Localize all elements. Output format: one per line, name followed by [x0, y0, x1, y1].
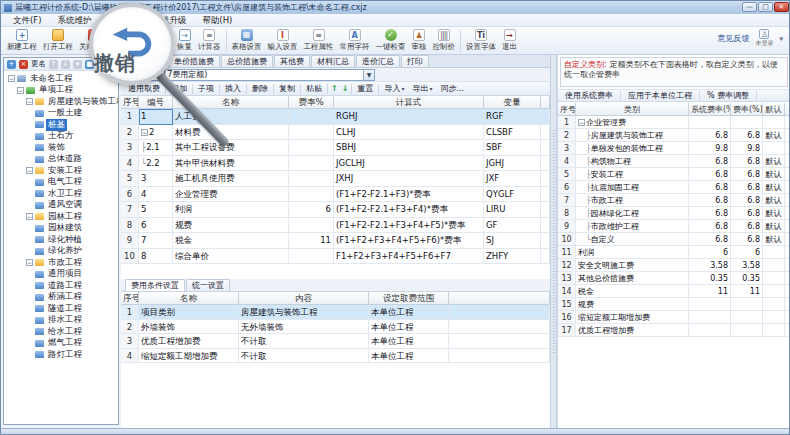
fee-btn-export[interactable]: 导出▾ [408, 83, 436, 95]
delete-project-icon[interactable]: × [19, 60, 28, 69]
sidebar-item-绿化种植[interactable]: 绿化种植 [6, 234, 118, 246]
sidebar-item-燃气工程[interactable]: 燃气工程 [6, 338, 118, 350]
sidebar-item-总体道路[interactable]: 总体道路 [6, 154, 118, 166]
fee-btn-粘贴[interactable]: 粘贴 [302, 83, 326, 95]
menu-item-帮助(H)[interactable]: 帮助(H) [194, 14, 240, 26]
table-row[interactable]: 75利润6(F1+F2-F2.1+F3+F4)*费率LIRU [121, 202, 550, 218]
table-row[interactable]: 64企业管理费(F1+F2-F2.1+F3)*费率QYGLF [121, 187, 550, 203]
chevron-down-icon[interactable]: ▾ [779, 35, 783, 43]
project-properties-button[interactable]: ≡工程属性 [301, 28, 337, 54]
tab-其他费[interactable]: 其他费 [274, 55, 310, 67]
table-row[interactable]: 2外墙装饰无外墙装饰本单位工程 [121, 320, 550, 335]
table-row[interactable]: 1−企业管理费 [558, 116, 790, 129]
tab-费用条件设置[interactable]: 费用条件设置 [125, 279, 185, 291]
sidebar-item-桩基[interactable]: 桩基 [6, 119, 118, 131]
audit-button[interactable]: ♟审核 [409, 28, 430, 54]
table-row[interactable]: 97税金11(F1+F2+F3+F4+F5+F6)*费率SJ [121, 233, 550, 249]
table-row[interactable]: 14税金1111 [558, 285, 790, 298]
sidebar-item-给水工程[interactable]: 给水工程 [6, 326, 118, 338]
new-project-button[interactable]: +新建工程 [4, 28, 40, 54]
tree-expander-icon[interactable]: − [26, 259, 33, 266]
table-row[interactable]: 7├市政工程6.86.8默认 [558, 194, 790, 207]
table-row[interactable]: 4└2.2其中甲供材料费JGCLHJJGHJ [121, 156, 550, 172]
move-down-icon[interactable]: ↓ [340, 84, 351, 93]
sidebar-item-桥涵工程[interactable]: 桥涵工程 [6, 292, 118, 304]
table-row[interactable]: 6├抗震加固工程6.86.8默认 [558, 181, 790, 194]
table-row[interactable]: 3├单独发包的装饰工程9.89.8 [558, 142, 790, 155]
sidebar-item-市政工程[interactable]: −市政工程 [6, 257, 118, 269]
tab-统一设置[interactable]: 统一设置 [186, 279, 230, 291]
table-row[interactable]: 5├安装工程6.86.8默认 [558, 168, 790, 181]
tab-材料汇总[interactable]: 材料汇总 [311, 55, 355, 67]
vertical-splitter[interactable] [550, 55, 557, 428]
table-row[interactable]: 3├2.1其中工程设备费SBHJSBF [121, 140, 550, 156]
restore-button[interactable]: □ [758, 2, 773, 12]
sidebar-item-通风空调[interactable]: 通风空调 [6, 200, 118, 212]
add-project-icon[interactable]: + [7, 60, 16, 69]
table-row[interactable]: 8├园林绿化工程6.86.8默认 [558, 207, 790, 220]
tab-打印[interactable]: 打印 [401, 55, 429, 67]
calculator-button[interactable]: ≡计算器 [195, 28, 224, 54]
table-row[interactable]: 11人工费RGHJRGF [121, 109, 550, 125]
rename-button[interactable]: 更名 [31, 59, 46, 69]
tab-总价措施费[interactable]: 总价措施费 [221, 55, 273, 67]
row-expander-icon[interactable]: − [141, 129, 148, 136]
sidebar-item-安装工程[interactable]: −安装工程 [6, 165, 118, 177]
table-row[interactable]: 4├构筑物工程6.86.8默认 [558, 155, 790, 168]
fee-btn-子项[interactable]: 子项 [194, 83, 218, 95]
login-button[interactable]: ♙ 未登录 [755, 29, 773, 48]
table-row[interactable]: 4缩短定额工期增加费不计取本单位工程 [121, 349, 550, 364]
rate-btn-使用系统费率[interactable]: 使用系统费率 [561, 90, 617, 101]
table-row[interactable]: 9├市政维护工程6.86.8默认 [558, 220, 790, 233]
table-settings-button[interactable]: ▦表格设置 [229, 28, 265, 54]
feedback-link[interactable]: 意见反馈 [717, 33, 749, 44]
sidebar-item-装饰[interactable]: 装饰 [6, 142, 118, 154]
sidebar-item-一般土建[interactable]: 一般土建 [6, 108, 118, 120]
select-arrow-icon[interactable]: ▼ [363, 70, 374, 80]
fee-btn-import[interactable]: 导入▾ [380, 83, 408, 95]
table-row[interactable]: 12安全文明施工费3.583.58 [558, 259, 790, 272]
one-key-check-button[interactable]: ✓一键检查 [373, 28, 409, 54]
input-settings-button[interactable]: I输入设置 [265, 28, 301, 54]
table-row[interactable]: 108综合单价F1+F2+F3+F4+F5+F6+F7ZHFY [121, 249, 550, 265]
rate-btn-应用于本单位工程[interactable]: 应用于本单位工程 [624, 90, 696, 101]
sidebar-item-电气工程[interactable]: 电气工程 [6, 177, 118, 189]
move-down-icon[interactable]: ↓ [61, 60, 70, 69]
sidebar-item-单项工程[interactable]: −单项工程 [6, 85, 118, 97]
sidebar-item-通用项目[interactable]: 通用项目 [6, 269, 118, 281]
fee-btn-sync[interactable]: 同步... [436, 83, 468, 95]
fee-btn-删除[interactable]: 删除 [248, 83, 272, 95]
menu-item-文件(F)[interactable]: 文件(F) [5, 14, 50, 26]
table-row[interactable]: 86规费(F1+F2-F2.1+F3+F4+F5)*费率GF [121, 218, 550, 234]
minimize-button[interactable]: — [742, 2, 757, 12]
table-row[interactable]: 10└自定义6.86.8默认 [558, 233, 790, 246]
tab-造价汇总[interactable]: 造价汇总 [356, 55, 400, 67]
fee-btn-reset[interactable]: 重置 [353, 83, 377, 95]
sidebar-item-园林工程[interactable]: −园林工程 [6, 211, 118, 223]
move-up-icon[interactable]: ↑ [49, 60, 58, 69]
close-button[interactable]: ✕ [774, 2, 789, 12]
sidebar-item-路灯工程[interactable]: 路灯工程 [6, 349, 118, 361]
table-row[interactable]: 13其他总价措施费0.350.35 [558, 272, 790, 285]
menu-item-系统维护[interactable]: 系统维护 [50, 14, 100, 26]
filter-icon[interactable]: ▾ [73, 60, 82, 69]
exit-button[interactable]: →退出 [499, 28, 520, 54]
sidebar-item-水卫工程[interactable]: 水卫工程 [6, 188, 118, 200]
table-row[interactable]: 1项目类别房屋建筑与装饰工程本单位工程 [121, 305, 550, 320]
control-price-button[interactable]: ||||控制价 [430, 28, 459, 54]
row-expander-icon[interactable]: − [578, 119, 585, 126]
table-row[interactable]: 15规费 [558, 298, 790, 311]
table-row[interactable]: 16缩短定额工期增加费 [558, 311, 790, 324]
fee-btn-插入[interactable]: 插入 [221, 83, 245, 95]
sidebar-item-绿化养护[interactable]: 绿化养护 [6, 246, 118, 258]
sidebar-item-房屋建筑与装饰工程[interactable]: −房屋建筑与装饰工程 [6, 96, 118, 108]
tree-expander-icon[interactable]: − [8, 75, 15, 82]
rate-btn-% 费率调整[interactable]: % 费率调整 [703, 90, 753, 101]
tree-expander-icon[interactable]: − [26, 213, 33, 220]
tree-expander-icon[interactable]: − [17, 87, 24, 94]
tab-单价措施费[interactable]: 单价措施费 [168, 55, 220, 67]
sidebar-item-园林建筑[interactable]: 园林建筑 [6, 223, 118, 235]
open-project-button[interactable]: 打开工程 [40, 28, 76, 54]
table-row[interactable]: 11利润66 [558, 246, 790, 259]
sidebar-item-道路工程[interactable]: 道路工程 [6, 280, 118, 292]
